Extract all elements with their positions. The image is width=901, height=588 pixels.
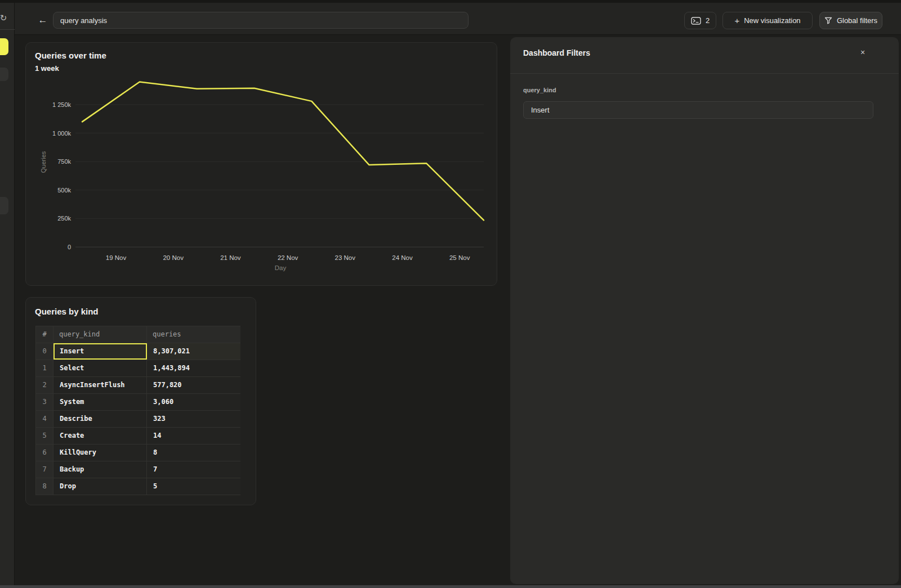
query-kind-filter-input[interactable]	[523, 101, 873, 119]
queries-count-cell[interactable]: 7	[147, 461, 240, 478]
queries-count-cell[interactable]: 1,443,894	[147, 360, 240, 376]
row-index: 2	[36, 377, 53, 393]
plus-icon: +	[734, 16, 739, 25]
table-row: 4Describe323	[36, 411, 240, 428]
row-index: 1	[36, 360, 53, 376]
table-row: 0Insert8,307,021	[36, 343, 240, 360]
queries-count-cell[interactable]: 5	[147, 478, 240, 495]
sidebar-item-3[interactable]	[0, 197, 8, 214]
table-row: 8Drop5	[36, 478, 240, 495]
dashboard-title-input[interactable]	[53, 12, 469, 29]
queries-over-time-card: Queries over time 1 week 0250k500k750k1 …	[25, 42, 497, 286]
table-row: 7Backup7	[36, 461, 240, 478]
new-visualization-button[interactable]: + New visualization	[722, 12, 813, 29]
query-kind-cell[interactable]: Backup	[53, 461, 147, 478]
queries-by-kind-table: #query_kindqueries0Insert8,307,0211Selec…	[35, 326, 240, 495]
terminal-icon	[691, 17, 701, 25]
x-tick-label: 25 Nov	[449, 254, 470, 261]
sidebar-item-2[interactable]	[0, 68, 8, 81]
filter-field-label: query_kind	[523, 87, 556, 93]
column-header: #	[36, 326, 53, 343]
table-row: 6KillQuery8	[36, 445, 240, 461]
refresh-icon[interactable]: ↻	[0, 12, 9, 24]
y-axis-title: Queries	[40, 151, 47, 173]
column-header: query_kind	[53, 326, 147, 343]
row-index: 5	[36, 428, 53, 444]
x-tick-label: 24 Nov	[392, 254, 413, 261]
x-tick-label: 19 Nov	[106, 254, 127, 261]
queries-count-cell[interactable]: 8	[147, 445, 240, 461]
table-row: 2AsyncInsertFlush577,820	[36, 377, 240, 394]
row-index: 7	[36, 461, 53, 478]
y-tick-label: 750k	[57, 158, 71, 165]
sidebar-item-active[interactable]	[0, 38, 8, 55]
y-tick-label: 250k	[57, 215, 71, 222]
y-tick-label: 1 250k	[52, 101, 72, 108]
queries-count-cell[interactable]: 323	[147, 411, 240, 427]
sidebar: ↻	[0, 3, 15, 588]
queries-line-series	[82, 82, 484, 221]
x-tick-label: 23 Nov	[335, 254, 356, 261]
query-kind-cell[interactable]: Insert	[53, 343, 147, 360]
topbar: ← 2 + New visualization Global filters	[15, 3, 901, 35]
x-tick-label: 22 Nov	[278, 254, 298, 261]
queries-count-cell[interactable]: 14	[147, 428, 240, 444]
console-count: 2	[706, 16, 710, 25]
column-header: queries	[147, 326, 240, 343]
row-index: 6	[36, 445, 53, 461]
panel-divider	[510, 73, 899, 74]
sql-console-button[interactable]: 2	[684, 12, 716, 29]
row-index: 0	[36, 343, 53, 360]
x-tick-label: 20 Nov	[163, 254, 184, 261]
query-kind-cell[interactable]: Describe	[53, 411, 147, 427]
queries-over-time-chart: 0250k500k750k1 000k1 250kQueries19 Nov20…	[26, 43, 498, 286]
new-visualization-label: New visualization	[744, 16, 800, 25]
queries-by-kind-card: Queries by kind #query_kindqueries0Inser…	[25, 297, 256, 505]
queries-count-cell[interactable]: 3,060	[147, 394, 240, 410]
y-tick-label: 1 000k	[52, 130, 72, 137]
table-row: 3System3,060	[36, 394, 240, 411]
queries-count-cell[interactable]: 8,307,021	[147, 343, 240, 360]
table-row: 5Create14	[36, 428, 240, 445]
query-kind-cell[interactable]: KillQuery	[53, 445, 147, 461]
close-icon[interactable]: ×	[857, 47, 868, 58]
table-row: 1Select1,443,894	[36, 360, 240, 377]
x-axis-title: Day	[275, 264, 287, 271]
row-index: 4	[36, 411, 53, 427]
row-index: 8	[36, 478, 53, 495]
global-filters-label: Global filters	[837, 16, 877, 25]
panel-title: Dashboard Filters	[523, 48, 590, 57]
query-kind-cell[interactable]: Create	[53, 428, 147, 444]
dashboard-filters-panel: Dashboard Filters × query_kind	[510, 37, 899, 584]
query-kind-cell[interactable]: AsyncInsertFlush	[53, 377, 147, 393]
query-kind-cell[interactable]: Select	[53, 360, 147, 376]
y-tick-label: 0	[68, 244, 71, 250]
sidebar-divider	[0, 29, 15, 30]
table-header-row: #query_kindqueries	[36, 326, 240, 343]
query-kind-cell[interactable]: Drop	[53, 478, 147, 495]
window-bottom-edge	[0, 585, 901, 588]
table-title: Queries by kind	[35, 307, 99, 316]
funnel-icon	[824, 17, 832, 24]
y-tick-label: 500k	[57, 187, 71, 194]
row-index: 3	[36, 394, 53, 410]
queries-count-cell[interactable]: 577,820	[147, 377, 240, 393]
x-tick-label: 21 Nov	[220, 254, 241, 261]
query-kind-cell[interactable]: System	[53, 394, 147, 410]
global-filters-button[interactable]: Global filters	[819, 12, 882, 29]
back-arrow-icon[interactable]: ←	[36, 14, 50, 27]
